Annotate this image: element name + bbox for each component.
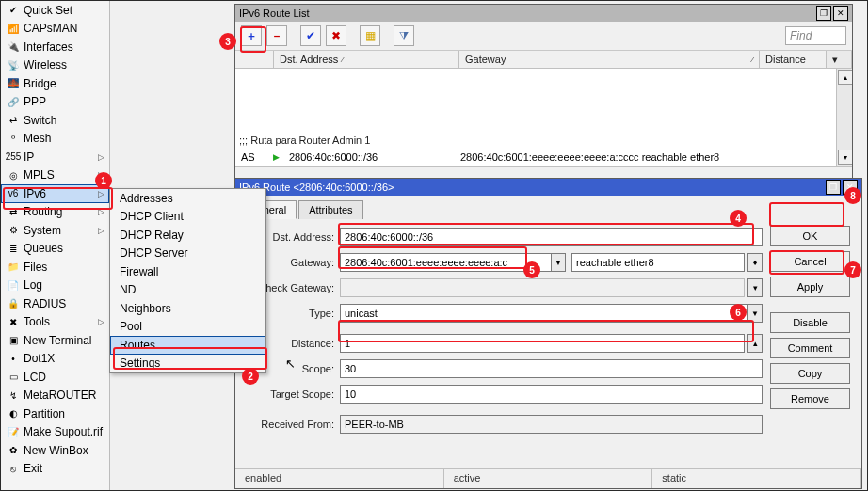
chevron-down-icon[interactable]: ▼	[747, 305, 762, 322]
submenu-item-dhcp-client[interactable]: DHCP Client	[110, 208, 265, 227]
sidebar-item-new-terminal[interactable]: ▣New Terminal	[1, 331, 109, 350]
sidebar-item-radius[interactable]: 🔒RADIUS	[1, 294, 109, 313]
check-gateway-input[interactable]	[340, 278, 745, 297]
sidebar-item-lcd[interactable]: ▭LCD	[1, 368, 109, 387]
submenu-item-dhcp-relay[interactable]: DHCP Relay	[110, 226, 265, 245]
scroll-up-icon[interactable]: ▴	[838, 70, 852, 85]
sidebar-item-system[interactable]: ⚙System▷	[1, 221, 109, 240]
sidebar-item-quick-set[interactable]: ✔Quick Set	[1, 1, 109, 20]
chevron-down-icon[interactable]: ▾	[747, 278, 763, 297]
sidebar-item-label: LCD	[24, 371, 46, 384]
sidebar-item-ip[interactable]: 255IP▷	[1, 148, 109, 166]
sidebar-item-switch[interactable]: ⇄Switch	[1, 111, 109, 130]
submenu-item-firewall[interactable]: Firewall	[110, 262, 265, 281]
target-scope-label: Target Scope:	[245, 388, 334, 400]
submenu-item-routes[interactable]: Routes	[110, 336, 265, 355]
menu-icon: 📄	[6, 277, 21, 293]
menu-icon: 📶	[6, 21, 21, 36]
submenu-item-addresses[interactable]: Addresses	[110, 189, 265, 208]
col-blank[interactable]	[235, 51, 274, 68]
sidebar-item-label: IPv6	[24, 187, 46, 200]
sidebar-item-make-supout-rif[interactable]: 📝Make Supout.rif	[1, 423, 109, 442]
received-from-label: Received From:	[245, 419, 334, 430]
sidebar-item-partition[interactable]: ◐Partition	[1, 404, 109, 423]
comment-button[interactable]: ▦	[360, 25, 380, 46]
sidebar-item-log[interactable]: 📄Log	[1, 277, 109, 295]
chevron-down-icon[interactable]: ▼	[551, 254, 565, 271]
spinner-icon[interactable]: ♦	[747, 253, 763, 272]
row-flag: AS	[235, 151, 269, 163]
sidebar-item-ppp[interactable]: 🔗PPP	[1, 93, 109, 112]
sidebar-item-label: Bridge	[24, 77, 56, 90]
table-row[interactable]: AS ▶ 2806:40c:6000::/36 2806:40c:6001:ee…	[235, 150, 852, 165]
window-close-icon[interactable]: ✕	[833, 6, 848, 21]
ok-button[interactable]: OK	[770, 226, 850, 246]
scroll-down-icon[interactable]: ▾	[838, 150, 852, 165]
button-column: OK Cancel Apply Disable Comment Copy Rem…	[770, 224, 856, 444]
tab-attributes[interactable]: Attributes	[298, 200, 362, 219]
sidebar-item-label: Queues	[24, 242, 63, 255]
sidebar-item-wireless[interactable]: 📡Wireless	[1, 56, 109, 75]
remove-button[interactable]: －	[266, 25, 287, 46]
sidebar-item-label: Make Supout.rif	[24, 425, 103, 438]
sidebar-item-label: New WinBox	[24, 444, 88, 457]
distance-input[interactable]: 1	[340, 334, 745, 353]
sidebar-item-label: Switch	[24, 114, 56, 127]
col-dst[interactable]: Dst. Address∕	[274, 51, 459, 68]
sidebar-item-dot1x[interactable]: •Dot1X	[1, 350, 109, 369]
sidebar-item-mpls[interactable]: ◎MPLS▷	[1, 166, 109, 185]
filter-button[interactable]: ⧩	[394, 25, 414, 46]
sidebar-item-queues[interactable]: ≣Queues	[1, 240, 109, 259]
cancel-button[interactable]: Cancel	[770, 251, 850, 272]
sidebar-item-new-winbox[interactable]: ✿New WinBox	[1, 441, 109, 460]
add-button[interactable]: ＋	[241, 25, 262, 46]
find-input[interactable]: Find	[785, 26, 846, 45]
submenu-item-settings[interactable]: Settings	[110, 355, 265, 373]
tabs: General Attributes	[235, 196, 861, 218]
scrollbar[interactable]: ▴ ▾	[836, 69, 852, 166]
submenu-item-nd[interactable]: ND	[110, 281, 265, 300]
row-gw: 2806:40c:6001:eeee:eeee:eeee:a:cccc reac…	[455, 151, 725, 163]
window-restore-icon[interactable]: ❐	[816, 6, 831, 21]
submenu-item-pool[interactable]: Pool	[110, 318, 265, 337]
ipv6-submenu: AddressesDHCP ClientDHCP RelayDHCP Serve…	[109, 188, 266, 373]
type-input[interactable]: unicast ▼	[340, 304, 763, 323]
chevron-right-icon: ▷	[98, 189, 104, 198]
sidebar-item-label: PPP	[24, 95, 46, 108]
window-restore-icon[interactable]: ❐	[826, 180, 841, 195]
scope-input[interactable]: 30	[340, 359, 763, 378]
disable-button[interactable]: ✖	[326, 25, 346, 46]
row-comment: ;;; Ruta para Router Admin 1	[239, 135, 370, 146]
sidebar-item-ipv6[interactable]: v6IPv6▷	[1, 184, 109, 203]
col-menu-icon[interactable]: ▾	[827, 51, 852, 68]
window-route-detail: IPv6 Route <2806:40c:6000::/36> ❐ ✕ Gene…	[234, 178, 862, 489]
badge: 7	[844, 261, 861, 278]
dst-address-input[interactable]: 2806:40c:6000::/36	[340, 228, 763, 246]
enable-button[interactable]: ✔	[300, 25, 321, 46]
sidebar-item-metarouter[interactable]: ↯MetaROUTER	[1, 387, 109, 405]
col-distance[interactable]: Distance	[760, 51, 827, 68]
menu-icon: ≣	[6, 241, 21, 256]
menu-icon: 📁	[6, 260, 21, 275]
remove-button[interactable]: Remove	[770, 388, 850, 409]
submenu-item-neighbors[interactable]: Neighbors	[110, 299, 265, 318]
col-gateway[interactable]: Gateway∕	[459, 51, 760, 68]
copy-button[interactable]: Copy	[770, 363, 850, 384]
sidebar-item-files[interactable]: 📁Files	[1, 258, 109, 277]
status-enabled: enabled	[235, 469, 444, 488]
sidebar-item-routing[interactable]: ⇄Routing▷	[1, 203, 109, 222]
disable-button[interactable]: Disable	[770, 312, 850, 333]
menu-icon: 255	[6, 150, 21, 165]
comment-button[interactable]: Comment	[770, 338, 850, 358]
chevron-up-icon[interactable]: ▴	[747, 334, 763, 353]
sidebar-item-interfaces[interactable]: 🔌Interfaces	[1, 38, 109, 56]
apply-button[interactable]: Apply	[770, 277, 850, 297]
target-scope-input[interactable]: 10	[340, 385, 763, 404]
submenu-item-dhcp-server[interactable]: DHCP Server	[110, 245, 265, 263]
sidebar-item-tools[interactable]: ✖Tools▷	[1, 313, 109, 332]
sidebar-item-capsman[interactable]: 📶CAPsMAN	[1, 20, 109, 39]
sidebar-item-exit[interactable]: ⎋Exit	[1, 460, 109, 479]
sidebar-item-bridge[interactable]: 🌉Bridge	[1, 74, 109, 93]
menu-icon: ▣	[6, 333, 21, 348]
sidebar-item-mesh[interactable]: ºMesh	[1, 130, 109, 149]
